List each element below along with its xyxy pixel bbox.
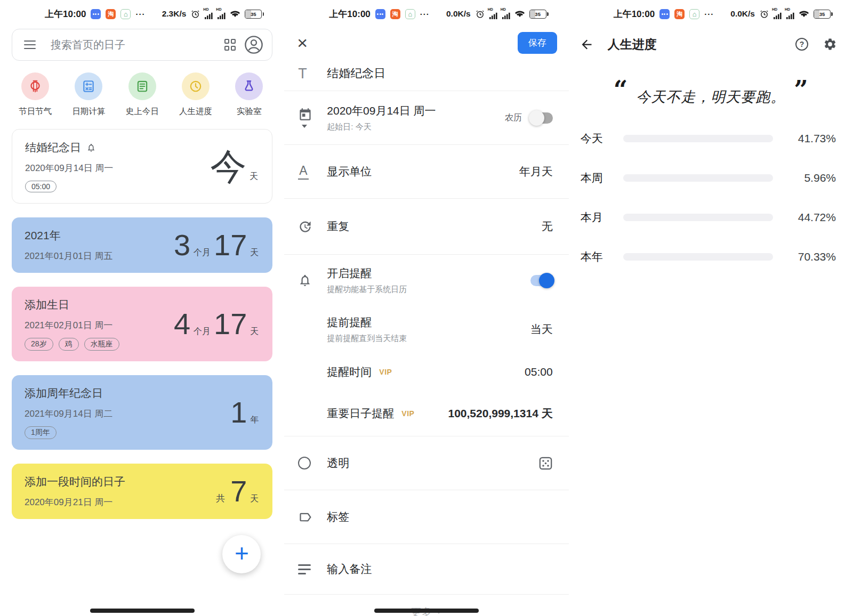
card-title: 添加生日: [25, 297, 119, 312]
messenger-notification-icon: [659, 9, 670, 19]
vip-badge: VIP: [401, 409, 414, 418]
shortcut-label: 节日节气: [19, 106, 52, 117]
close-icon[interactable]: ×: [297, 34, 308, 52]
help-button[interactable]: ?: [795, 38, 808, 51]
note-input[interactable]: 输入备注: [327, 563, 372, 575]
clock-icon: [182, 72, 210, 100]
day-card-period[interactable]: 添加一段时间的日子 2020年09月21日 周一 共 7天: [12, 464, 272, 519]
add-day-button[interactable]: +: [222, 535, 261, 573]
back-icon[interactable]: [580, 37, 594, 52]
progress-row-week: 本周 5.96%: [569, 171, 853, 185]
vip-badge: VIP: [379, 368, 392, 376]
home-app-notification-icon: ⌂: [120, 9, 131, 19]
sim2-signal-icon: HD: [786, 9, 794, 19]
card-count: 1年: [230, 398, 260, 427]
battery-icon: 35: [814, 10, 833, 19]
wifi-icon: [515, 10, 525, 18]
card-title: 2021年: [25, 228, 112, 243]
day-card-anniversary-add[interactable]: 添加周年纪念日 2021年09月14日 周二 1周年 1年: [12, 375, 272, 450]
card-count: 3个月 17天: [174, 230, 260, 260]
reminder-time-value: 05:00: [525, 366, 553, 378]
home-indicator[interactable]: [90, 609, 195, 613]
lantern-icon: [21, 72, 49, 100]
search-bar[interactable]: 搜索首页的日子: [12, 29, 272, 61]
notes-icon: [298, 564, 311, 574]
card-count: 4个月 17天: [174, 309, 260, 339]
advance-value: 当天: [530, 322, 553, 337]
card-title: 添加一段时间的日子: [25, 474, 125, 489]
day-title-input[interactable]: 结婚纪念日: [327, 67, 385, 80]
row-label: 标签: [327, 510, 349, 523]
progress-row-today: 今天 41.73%: [569, 131, 853, 146]
wifi-icon: [230, 10, 240, 18]
network-speed: 2.3K/s: [162, 9, 187, 19]
wifi-icon: [799, 10, 809, 18]
card-title: 添加周年纪念日: [25, 386, 112, 401]
status-bar: 上午10:00 淘 ⌂ ··· 0.0K/s HD HD 35: [569, 0, 853, 25]
shortcut-date-calculator[interactable]: 日期计算: [67, 72, 110, 117]
bell-icon: [298, 273, 312, 287]
day-card-birthday[interactable]: 添加生日 2021年02月01日 周一 28岁 鸡 水瓶座 4个月 17天: [12, 287, 272, 361]
card-badge: 1周年: [25, 426, 57, 439]
card-date: 2020年09月14日 周一: [25, 162, 113, 174]
account-icon[interactable]: [244, 35, 263, 54]
card-count: 今天: [210, 148, 259, 184]
tag-icon: [298, 510, 312, 524]
menu-icon[interactable]: [23, 37, 37, 53]
document-icon: [128, 72, 156, 100]
card-date: 2020年09月21日 周一: [25, 496, 125, 508]
advance-reminder-row[interactable]: 提前提醒 提前提醒直到当天结束 当天: [284, 306, 568, 353]
help-icon: ?: [795, 38, 808, 51]
important-day-reminder-row[interactable]: 重要日子提醒 VIP 100,520,999,1314 天: [284, 391, 568, 436]
grid-view-icon[interactable]: [224, 39, 236, 51]
home-screen: 上午10:00 淘 ⌂ ··· 2.3K/s HD HD 35 搜索首页的日子 …: [0, 0, 284, 616]
shortcut-row: 节日节气 日期计算 史上今日 人生进度 实验室: [14, 72, 270, 117]
calculator-icon: [75, 72, 102, 100]
shortcut-lab[interactable]: 实验室: [228, 72, 270, 117]
tag-row[interactable]: 标签: [284, 490, 568, 544]
lunar-toggle[interactable]: [530, 112, 553, 124]
progress-percent: 70.33%: [787, 250, 836, 263]
display-unit-row[interactable]: A 显示单位 年月天: [284, 145, 568, 198]
unit-value: 年月天: [519, 164, 553, 179]
repeat-value: 无: [542, 219, 553, 234]
repeat-row[interactable]: 重复 无: [284, 199, 568, 254]
transparency-row[interactable]: 透明: [284, 436, 568, 490]
shortcut-label: 史上今日: [126, 106, 159, 117]
day-card-2021[interactable]: 2021年 2021年01月01日 周五 3个月 17天: [12, 217, 272, 273]
card-badge: 28岁: [25, 338, 53, 351]
shortcut-festivals[interactable]: 节日节气: [14, 72, 57, 117]
alarm-icon: [476, 10, 485, 19]
status-time: 上午10:00: [329, 8, 370, 20]
progress-row-year: 本年 70.33%: [569, 249, 853, 264]
shortcut-today-in-history[interactable]: 史上今日: [121, 72, 164, 117]
shortcut-life-progress[interactable]: 人生进度: [174, 72, 217, 117]
note-row[interactable]: 输入备注: [284, 544, 568, 594]
title-field-row[interactable]: T 结婚纪念日: [284, 56, 568, 91]
reminder-toggle[interactable]: [530, 275, 553, 286]
dice-icon[interactable]: [538, 456, 553, 471]
day-card-anniversary[interactable]: 结婚纪念日 2020年09月14日 周一 05:00 今天: [12, 129, 272, 204]
date-row[interactable]: 2020年09月14日 周一 起始日: 今天 农历: [284, 91, 568, 144]
reminder-toggle-row[interactable]: 开启提醒 提醒功能基于系统日历: [284, 255, 568, 306]
quote-text: 今天不走，明天要跑。: [627, 80, 794, 107]
close-quote-icon: ”: [794, 80, 808, 100]
alarm-icon: [191, 10, 200, 19]
network-speed: 0.0K/s: [730, 9, 755, 19]
plus-icon: +: [235, 541, 249, 565]
row-label: 提醒时间: [327, 364, 372, 379]
reminder-time-row[interactable]: 提醒时间 VIP 05:00: [284, 353, 568, 391]
save-button[interactable]: 保存: [518, 32, 557, 54]
sim1-signal-icon: HD: [205, 9, 213, 19]
messenger-notification-icon: [375, 9, 385, 19]
circle-icon: [298, 457, 311, 469]
row-sub: 提醒功能基于系统日历: [327, 285, 530, 295]
search-input[interactable]: 搜索首页的日子: [51, 38, 224, 52]
row-label: 重要日子提醒: [327, 406, 394, 421]
home-indicator[interactable]: [374, 609, 479, 613]
card-date: 2021年09月14日 周二: [25, 408, 112, 420]
settings-button[interactable]: [823, 37, 837, 51]
text-format-icon: T: [298, 66, 307, 82]
flask-icon: [235, 72, 263, 100]
progress-list: 今天 41.73% 本周 5.96% 本月 44.72% 本年 70.33%: [569, 131, 853, 264]
